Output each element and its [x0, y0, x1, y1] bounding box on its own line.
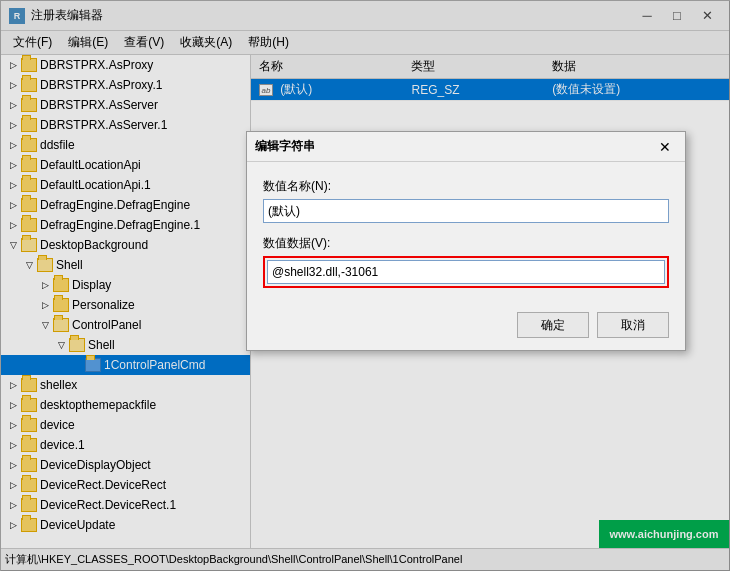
folder-open-icon: [53, 318, 69, 332]
dialog-buttons: 确定 取消: [247, 312, 685, 350]
folder-icon: [21, 118, 37, 132]
tree-item-devicedisplayobj[interactable]: ▷ DeviceDisplayObject: [1, 455, 250, 475]
menu-favorites[interactable]: 收藏夹(A): [172, 32, 240, 53]
folder-icon: [21, 478, 37, 492]
folder-icon: [21, 58, 37, 72]
minimize-button[interactable]: ─: [633, 5, 661, 27]
table-row[interactable]: ab (默认) REG_SZ (数值未设置): [251, 79, 729, 101]
tree-item-dbrstprx-asproxy1[interactable]: ▷ DBRSTPRX.AsProxy.1: [1, 75, 250, 95]
menu-help[interactable]: 帮助(H): [240, 32, 297, 53]
tree-item-dbrstprx-asserver[interactable]: ▷ DBRSTPRX.AsServer: [1, 95, 250, 115]
tree-item-ddsfile[interactable]: ▷ ddsfile: [1, 135, 250, 155]
cell-type: REG_SZ: [403, 79, 544, 101]
expander: ▽: [21, 257, 37, 273]
name-input[interactable]: [263, 199, 669, 223]
folder-icon: [21, 498, 37, 512]
tree-item-defragengine1[interactable]: ▷ DefragEngine.DefragEngine.1: [1, 215, 250, 235]
tree-label: DesktopBackground: [40, 238, 148, 252]
expander: ▷: [5, 197, 21, 213]
tree-label: desktopthemepackfile: [40, 398, 156, 412]
expander: ▽: [5, 237, 21, 253]
expander: ▷: [5, 497, 21, 513]
expander: ▷: [5, 57, 21, 73]
expander: ▽: [37, 317, 53, 333]
expander: [69, 357, 85, 373]
tree-label: shellex: [40, 378, 77, 392]
close-button[interactable]: ✕: [693, 5, 721, 27]
tree-label: DeviceDisplayObject: [40, 458, 151, 472]
expander: ▷: [5, 517, 21, 533]
tree-panel[interactable]: ▷ DBRSTPRX.AsProxy ▷ DBRSTPRX.AsProxy.1 …: [1, 55, 251, 548]
folder-icon: [21, 438, 37, 452]
tree-label: device.1: [40, 438, 85, 452]
tree-item-defaultlocationapi[interactable]: ▷ DefaultLocationApi: [1, 155, 250, 175]
tree-label: ControlPanel: [72, 318, 141, 332]
status-path: 计算机\HKEY_CLASSES_ROOT\DesktopBackground\…: [5, 552, 462, 567]
app-icon: R: [9, 8, 25, 24]
tree-item-devicerect[interactable]: ▷ DeviceRect.DeviceRect: [1, 475, 250, 495]
menu-view[interactable]: 查看(V): [116, 32, 172, 53]
value-input[interactable]: [267, 260, 665, 284]
folder-icon: [21, 198, 37, 212]
value-section: 数值数据(V):: [263, 235, 669, 288]
folder-icon: [21, 78, 37, 92]
folder-open-icon: [21, 238, 37, 252]
tree-label: DBRSTPRX.AsServer.1: [40, 118, 167, 132]
tree-item-desktopthemepackfile[interactable]: ▷ desktopthemepackfile: [1, 395, 250, 415]
tree-item-dbrstprx-asserver1[interactable]: ▷ DBRSTPRX.AsServer.1: [1, 115, 250, 135]
tree-item-deviceupdate[interactable]: ▷ DeviceUpdate: [1, 515, 250, 535]
maximize-button[interactable]: □: [663, 5, 691, 27]
tree-item-personalize[interactable]: ▷ Personalize: [1, 295, 250, 315]
tree-item-1controlpanelcmd[interactable]: 1ControlPanelCmd: [1, 355, 250, 375]
expander: ▷: [5, 437, 21, 453]
col-type[interactable]: 类型: [403, 55, 544, 79]
tree-item-devicerect1[interactable]: ▷ DeviceRect.DeviceRect.1: [1, 495, 250, 515]
folder-icon: [85, 358, 101, 372]
dialog-close-button[interactable]: ✕: [653, 136, 677, 158]
tree-item-shell-l1[interactable]: ▽ Shell: [1, 255, 250, 275]
folder-icon: [53, 278, 69, 292]
expander: ▷: [5, 137, 21, 153]
menu-edit[interactable]: 编辑(E): [60, 32, 116, 53]
type-icon: ab: [259, 84, 273, 96]
folder-icon: [21, 138, 37, 152]
tree-label: Shell: [88, 338, 115, 352]
col-name[interactable]: 名称: [251, 55, 403, 79]
tree-item-defragengine[interactable]: ▷ DefragEngine.DefragEngine: [1, 195, 250, 215]
folder-icon: [21, 98, 37, 112]
tree-item-defaultlocationapi1[interactable]: ▷ DefaultLocationApi.1: [1, 175, 250, 195]
tree-label: Personalize: [72, 298, 135, 312]
expander: ▷: [5, 117, 21, 133]
tree-item-device[interactable]: ▷ device: [1, 415, 250, 435]
tree-item-controlpanel[interactable]: ▽ ControlPanel: [1, 315, 250, 335]
tree-item-dbrstprx-asproxy[interactable]: ▷ DBRSTPRX.AsProxy: [1, 55, 250, 75]
cancel-button[interactable]: 取消: [597, 312, 669, 338]
registry-table: 名称 类型 数据 ab (默认) REG_SZ (数值未设置): [251, 55, 729, 101]
folder-icon: [53, 298, 69, 312]
value-label: 数值数据(V):: [263, 235, 669, 252]
folder-icon: [21, 178, 37, 192]
tree-item-desktopbg[interactable]: ▽ DesktopBackground: [1, 235, 250, 255]
menu-file[interactable]: 文件(F): [5, 32, 60, 53]
expander: ▷: [5, 97, 21, 113]
tree-item-shellex[interactable]: ▷ shellex: [1, 375, 250, 395]
cell-data: (数值未设置): [544, 79, 729, 101]
col-data[interactable]: 数据: [544, 55, 729, 79]
window-controls: ─ □ ✕: [633, 5, 721, 27]
expander: ▷: [5, 377, 21, 393]
tree-item-shell-l3[interactable]: ▽ Shell: [1, 335, 250, 355]
ok-button[interactable]: 确定: [517, 312, 589, 338]
tree-label: DBRSTPRX.AsProxy: [40, 58, 153, 72]
expander: ▷: [37, 277, 53, 293]
tree-label: Display: [72, 278, 111, 292]
folder-icon: [21, 398, 37, 412]
tree-item-display[interactable]: ▷ Display: [1, 275, 250, 295]
expander: ▷: [5, 157, 21, 173]
tree-label: device: [40, 418, 75, 432]
tree-label: DBRSTPRX.AsProxy.1: [40, 78, 162, 92]
expander: ▷: [37, 297, 53, 313]
folder-icon: [21, 158, 37, 172]
tree-label: DeviceUpdate: [40, 518, 115, 532]
tree-item-device1[interactable]: ▷ device.1: [1, 435, 250, 455]
folder-icon: [21, 218, 37, 232]
